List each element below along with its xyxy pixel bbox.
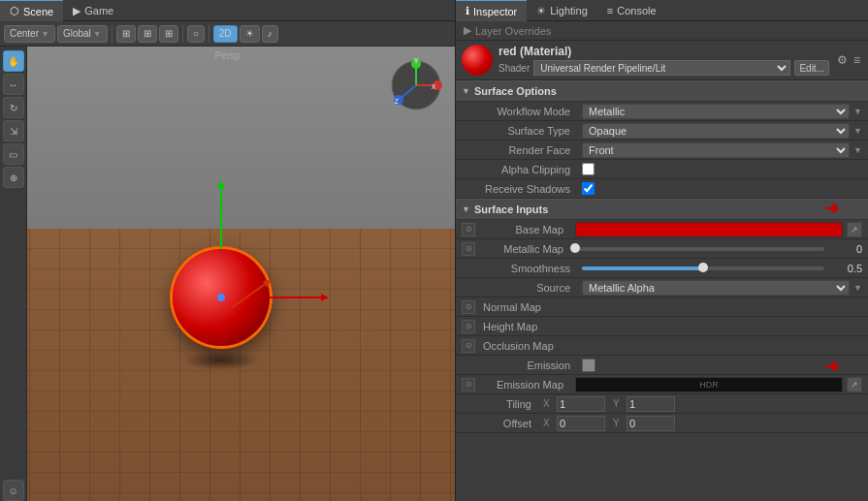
inspector-tab[interactable]: ℹ Inspector xyxy=(456,0,527,21)
source-chevron: ▼ xyxy=(853,283,862,293)
red-arrow-2: ➜ xyxy=(824,356,839,377)
layer-overrides-arrow: ▶ xyxy=(464,24,471,37)
svg-text:Y: Y xyxy=(414,57,419,64)
layer-overrides-label: Layer Overrides xyxy=(475,25,551,37)
settings-icon-btn[interactable]: ⚙ xyxy=(835,51,850,69)
source-label: Source xyxy=(462,282,578,294)
receive-shadows-row: Receive Shadows xyxy=(456,179,868,199)
audio-btn[interactable]: ♪ xyxy=(262,25,278,43)
rect-tool-btn[interactable]: ▭ xyxy=(3,143,24,165)
scene-tab-label: Scene xyxy=(23,6,53,17)
move-btn-grid[interactable]: ⊞ xyxy=(116,25,136,43)
scene-gizmo[interactable]: X Y Z xyxy=(387,56,445,114)
x-axis-arrow xyxy=(321,294,329,301)
shader-select[interactable]: Universal Render Pipeline/Lit xyxy=(533,60,790,76)
lighting-tab-label: Lighting xyxy=(550,5,588,16)
base-map-color[interactable] xyxy=(575,222,843,237)
game-tab-icon: ▶ xyxy=(73,5,80,17)
inspector-panel: ℹ Inspector ☀ Lighting ≡ Console ▶ Layer… xyxy=(456,0,868,501)
game-tab[interactable]: ▶ Game xyxy=(63,0,123,21)
base-map-row: ⊙ Base Map ↗ xyxy=(456,220,868,239)
emission-row: Emission ➜ xyxy=(456,356,868,375)
console-tab-icon: ≡ xyxy=(607,5,613,16)
workflow-mode-chevron: ▼ xyxy=(853,107,862,116)
menu-icon-btn[interactable]: ≡ xyxy=(852,51,862,69)
metallic-map-slider[interactable] xyxy=(575,247,824,251)
tiling-y-field: Y xyxy=(613,396,675,412)
base-map-edit-btn[interactable]: ↗ xyxy=(847,222,862,237)
hand-tool-btn[interactable]: ✋ xyxy=(3,50,24,72)
receive-shadows-label: Receive Shadows xyxy=(462,183,578,195)
smoothness-slider[interactable] xyxy=(582,266,824,270)
emission-color-swatch[interactable] xyxy=(582,359,595,372)
tiling-x-field: X xyxy=(543,396,605,412)
source-row: Source Metallic Alpha ▼ xyxy=(456,278,868,297)
move-tool-btn[interactable]: ↔ xyxy=(3,74,24,95)
tiling-row: Tiling X Y xyxy=(456,394,868,414)
tiling-label: Tiling xyxy=(462,398,539,410)
height-map-row: ⊙ Height Map xyxy=(456,317,868,336)
center-button[interactable]: Center ▼ xyxy=(4,25,55,43)
workflow-mode-select[interactable]: Metallic xyxy=(582,104,850,119)
surface-type-select[interactable]: Opaque xyxy=(582,123,850,139)
emission-map-row: ⊙ Emission Map HDR ↗ xyxy=(456,375,868,394)
surface-inputs-header[interactable]: ▼ Surface Inputs ➜ xyxy=(456,199,868,220)
y-axis-arrow xyxy=(217,180,225,188)
scene-tab[interactable]: ⬡ Scene xyxy=(0,0,63,21)
surface-type-label: Surface Type xyxy=(462,125,578,137)
z-axis xyxy=(231,282,268,308)
material-name: red (Material) xyxy=(498,45,829,58)
metallic-map-slider-container: 0 xyxy=(575,243,862,255)
emission-label: Emission xyxy=(462,360,578,371)
sphere-object xyxy=(173,249,270,346)
2d-button[interactable]: 2D xyxy=(213,25,238,43)
rotate-tool-btn[interactable]: ↻ xyxy=(3,97,24,118)
metallic-map-row: ⊙ Metallic Map 0 xyxy=(456,239,868,259)
source-select[interactable]: Metallic Alpha xyxy=(582,280,850,296)
console-tab[interactable]: ≡ Console xyxy=(597,0,666,21)
surface-inputs-arrow: ▼ xyxy=(462,204,470,214)
global-button[interactable]: Global ▼ xyxy=(57,25,108,43)
scene-view[interactable]: Persp xyxy=(0,47,455,501)
x-axis xyxy=(270,297,323,298)
receive-shadows-checkbox[interactable] xyxy=(582,182,595,195)
lighting-tab[interactable]: ☀ Lighting xyxy=(527,0,597,21)
lighting-tab-icon: ☀ xyxy=(536,5,546,17)
circle-btn[interactable]: ○ xyxy=(187,25,205,43)
base-map-label: Base Map xyxy=(479,224,571,235)
transform-tool-btn[interactable]: ⊕ xyxy=(3,167,24,188)
workflow-mode-label: Workflow Mode xyxy=(462,106,578,117)
alpha-clipping-row: Alpha Clipping xyxy=(456,160,868,179)
snap-btn[interactable]: ⊞ xyxy=(138,25,157,43)
z-axis-arrow xyxy=(263,276,273,287)
smoothness-row: Smoothness 0.5 xyxy=(456,259,868,278)
shader-edit-button[interactable]: Edit... xyxy=(794,60,829,76)
sphere-container xyxy=(173,249,279,356)
height-map-texture-icon: ⊙ xyxy=(462,320,475,333)
scale-tool-btn[interactable]: ⇲ xyxy=(3,120,24,141)
offset-y-field: Y xyxy=(613,416,675,431)
surface-options-header[interactable]: ▼ Surface Options xyxy=(456,80,868,102)
smoothness-slider-container: 0.5 xyxy=(582,263,862,274)
render-face-chevron: ▼ xyxy=(853,145,862,155)
extra-tool-btn[interactable]: ☺ xyxy=(3,480,24,501)
offset-x-field: X xyxy=(543,416,605,431)
alpha-clipping-label: Alpha Clipping xyxy=(462,164,578,175)
layer-overrides-bar[interactable]: ▶ Layer Overrides xyxy=(456,21,868,41)
scene-toolbar: Center ▼ Global ▼ ⊞ ⊞ ⊞ ○ 2D ☀ ♪ xyxy=(0,21,455,47)
scene-tools: ✋ ↔ ↻ ⇲ ▭ ⊕ ☺ xyxy=(0,47,27,501)
emission-map-texture[interactable]: HDR xyxy=(575,377,843,392)
tiling-x-input[interactable] xyxy=(557,396,605,412)
render-face-select[interactable]: Front xyxy=(582,142,850,158)
pivot-btn[interactable]: ⊞ xyxy=(159,25,178,43)
surface-options-arrow: ▼ xyxy=(462,86,470,96)
tiling-y-input[interactable] xyxy=(627,396,675,412)
light-btn[interactable]: ☀ xyxy=(240,25,260,43)
alpha-clipping-checkbox[interactable] xyxy=(582,163,595,175)
toolbar-separator-1 xyxy=(112,25,113,43)
offset-x-input[interactable] xyxy=(557,416,605,431)
base-map-texture-icon: ⊙ xyxy=(462,223,475,236)
offset-y-input[interactable] xyxy=(627,416,675,431)
emission-map-edit-btn[interactable]: ↗ xyxy=(847,377,862,392)
normal-map-label: Normal Map xyxy=(479,301,862,313)
